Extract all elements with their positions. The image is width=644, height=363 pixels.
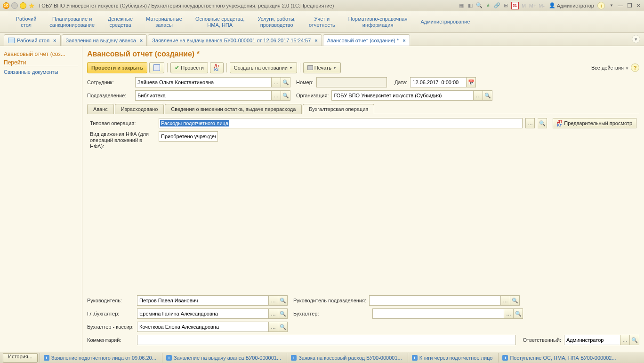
tab-advance-doc[interactable]: Заявление на выдачу аванса БУ00-000001 о…	[148, 34, 322, 46]
memory-m-icon[interactable]: M	[520, 2, 528, 9]
menu-assets[interactable]: Основные средства, НМА, НПА	[189, 16, 251, 28]
nav-circle-icon[interactable]	[20, 2, 26, 9]
toolbar-star-icon[interactable]: ★	[484, 2, 492, 9]
cashier-select-button[interactable]: …	[269, 322, 278, 332]
print-button[interactable]: Печать▼	[303, 62, 341, 73]
head-select-button[interactable]: …	[269, 295, 278, 306]
tab-expense-report[interactable]: Авансовый отчет (создание) * ×	[323, 34, 410, 46]
memory-mminus-icon[interactable]: M-	[538, 2, 546, 9]
cashier-input[interactable]	[137, 322, 269, 332]
tab-close-icon[interactable]: ×	[402, 38, 405, 43]
headdept-select-button[interactable]: …	[501, 295, 510, 306]
toolbar-link-icon[interactable]: 🔗	[493, 2, 501, 9]
info-icon[interactable]: i	[597, 2, 605, 9]
tab-advance-list[interactable]: Заявления на выдачу аванса ×	[62, 34, 147, 46]
org-search-button[interactable]: 🔍	[483, 90, 492, 101]
org-select-button[interactable]: …	[474, 90, 483, 101]
create-based-on-button[interactable]: Создать на основании▼	[230, 62, 297, 73]
comment-input[interactable]	[137, 335, 516, 345]
department-input[interactable]	[135, 90, 272, 101]
current-user[interactable]: 👤 Администратор	[549, 2, 594, 8]
department-search-button[interactable]: 🔍	[281, 90, 290, 101]
department-select-button[interactable]: …	[272, 90, 281, 101]
minimize-button[interactable]: —	[617, 2, 624, 9]
help-button[interactable]: ?	[631, 63, 639, 72]
subtab-balance[interactable]: Сведения о внесении остатка, выдаче пере…	[165, 104, 302, 114]
toolbar-icon-1[interactable]: ▦	[458, 2, 465, 9]
menu-reference[interactable]: Нормативно-справочная информация	[342, 16, 414, 28]
post-button[interactable]: ✔Провести	[170, 62, 208, 73]
dtkt-icon: ДтКт	[557, 119, 562, 127]
responsible-select-button[interactable]: …	[620, 335, 630, 345]
headdept-search-button[interactable]: 🔍	[510, 295, 520, 306]
typop-search-button[interactable]: 🔍	[538, 118, 547, 128]
info-icon: i	[291, 355, 297, 361]
acc-input[interactable]	[372, 308, 504, 319]
close-window-button[interactable]: ✕	[635, 2, 642, 9]
responsible-search-button[interactable]: 🔍	[630, 335, 639, 345]
menu-planning[interactable]: Планирование и санкционирование	[43, 16, 101, 28]
info-icon: i	[412, 355, 418, 361]
menu-desktop[interactable]: Рабочий стол	[9, 16, 43, 28]
nav-back-icon[interactable]	[11, 2, 18, 9]
expand-tabs-button[interactable]: ▾	[632, 35, 640, 43]
info-icon: i	[166, 355, 172, 361]
cashier-search-button[interactable]: 🔍	[278, 322, 288, 332]
menu-materials[interactable]: Материальные запасы	[139, 16, 189, 28]
nav-link-related-docs[interactable]: Связанные документы	[4, 68, 78, 76]
tab-desktop[interactable]: Рабочий стол ×	[4, 34, 61, 46]
dtkt-button[interactable]: ДтКт	[210, 62, 224, 73]
save-button[interactable]	[149, 62, 164, 73]
toolbar-icon-2[interactable]: ◧	[467, 2, 474, 9]
typop-select-button[interactable]: …	[525, 118, 535, 128]
number-input[interactable]	[316, 77, 387, 87]
status-link-1[interactable]: iЗаявление подотчетного лица от 09.06.20…	[40, 353, 160, 363]
app-1c-icon[interactable]: 1C	[3, 2, 9, 9]
preview-button[interactable]: ДтКт Предварительный просмотр	[553, 118, 636, 128]
subtab-accounting[interactable]: Бухгалтерская операция	[303, 104, 374, 114]
date-picker-button[interactable]: 📅	[467, 77, 476, 87]
memory-mplus-icon[interactable]: M+	[529, 2, 537, 9]
head-search-button[interactable]: 🔍	[278, 295, 288, 306]
menu-money[interactable]: Денежные средства	[101, 16, 139, 28]
head-input[interactable]	[137, 295, 269, 306]
calculator-icon[interactable]: ⊞	[502, 2, 510, 9]
date-input[interactable]	[410, 77, 467, 87]
toolbar-icon-3[interactable]: 🔍	[475, 2, 483, 9]
post-and-close-button[interactable]: Провести и закрыть	[87, 62, 147, 73]
dtkt-icon: ДтКт	[214, 64, 219, 71]
responsible-input[interactable]	[564, 335, 620, 345]
chief-input[interactable]	[137, 308, 269, 319]
employee-search-button[interactable]: 🔍	[281, 77, 290, 87]
nfa-input[interactable]	[159, 131, 218, 142]
user-icon: 👤	[549, 2, 555, 8]
calendar-icon[interactable]: 31	[511, 2, 519, 9]
menu-admin[interactable]: Администрирование	[414, 19, 476, 25]
employee-select-button[interactable]: …	[272, 77, 281, 87]
subtab-spent[interactable]: Израсходовано	[115, 104, 164, 114]
subtab-advance[interactable]: Аванс	[87, 104, 114, 114]
tab-close-icon[interactable]: ×	[53, 38, 56, 43]
menu-services[interactable]: Услуги, работы, производство	[251, 16, 302, 28]
chief-select-button[interactable]: …	[269, 308, 278, 319]
status-link-4[interactable]: iКниги через подотчетное лицо	[408, 353, 497, 363]
acc-select-button[interactable]: …	[504, 308, 514, 319]
status-link-3[interactable]: iЗаявка на кассовый расход БУ00-000001..…	[287, 353, 406, 363]
chief-search-button[interactable]: 🔍	[278, 308, 288, 319]
maximize-button[interactable]: ❐	[626, 2, 633, 9]
info-dropdown-icon[interactable]: ▼	[608, 2, 615, 9]
acc-search-button[interactable]: 🔍	[514, 308, 523, 319]
tab-close-icon[interactable]: ×	[140, 38, 143, 43]
employee-input[interactable]	[135, 77, 272, 87]
menu-accounting[interactable]: Учет и отчетность	[302, 16, 342, 28]
history-button[interactable]: История...	[3, 353, 38, 363]
tab-close-icon[interactable]: ×	[314, 38, 317, 43]
status-link-2[interactable]: iЗаявление на выдачу аванса БУ00-000001.…	[162, 353, 285, 363]
all-actions-button[interactable]: Все действия▼	[591, 65, 629, 71]
org-input[interactable]	[331, 90, 474, 101]
headdept-input[interactable]	[369, 295, 501, 306]
typop-input[interactable]: Расходы подотчетного лица	[159, 118, 523, 128]
status-link-5[interactable]: iПоступление ОС, НМА, НПА БУ00-000002...	[498, 353, 620, 363]
main-menu: Рабочий стол Планирование и санкциониров…	[0, 11, 644, 33]
favorite-star-icon[interactable]: ★	[29, 2, 35, 9]
